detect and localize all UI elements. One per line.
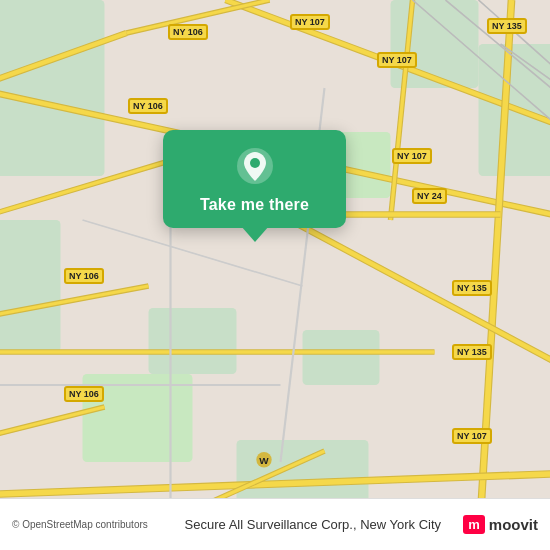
popup-card[interactable]: Take me there (163, 130, 346, 228)
moovit-letter: m (463, 515, 485, 534)
road-badge-ny107-top-right: NY 107 (377, 52, 417, 68)
road-badge-ny106-lower: NY 106 (64, 268, 104, 284)
road-badge-ny106-top: NY 106 (168, 24, 208, 40)
bottom-bar: © OpenStreetMap contributors Secure All … (0, 498, 550, 550)
road-badge-ny24: NY 24 (412, 188, 447, 204)
road-badge-ny107-mid: NY 107 (392, 148, 432, 164)
road-badge-ny135-top: NY 135 (487, 18, 527, 34)
svg-text:W: W (259, 455, 269, 466)
svg-point-49 (250, 158, 260, 168)
road-badge-ny106-mid: NY 106 (128, 98, 168, 114)
road-badge-ny107-bottom: NY 107 (452, 428, 492, 444)
map-container: W NY 107 NY 106 NY 107 NY 135 NY 106 NY … (0, 0, 550, 550)
svg-rect-1 (0, 0, 105, 176)
road-badge-ny107-top: NY 107 (290, 14, 330, 30)
road-badge-ny135-lower2: NY 135 (452, 344, 492, 360)
popup-label: Take me there (200, 196, 309, 214)
svg-rect-2 (0, 220, 61, 352)
osm-credit: © OpenStreetMap contributors (12, 519, 162, 530)
location-label: Secure All Surveillance Corp., New York … (162, 517, 463, 532)
svg-rect-7 (303, 330, 380, 385)
moovit-wordmark: moovit (489, 516, 538, 533)
location-pin-icon (235, 146, 275, 186)
road-badge-ny135-lower: NY 135 (452, 280, 492, 296)
moovit-logo: m moovit (463, 515, 538, 534)
svg-rect-6 (149, 308, 237, 374)
road-badge-ny106-bottom: NY 106 (64, 386, 104, 402)
